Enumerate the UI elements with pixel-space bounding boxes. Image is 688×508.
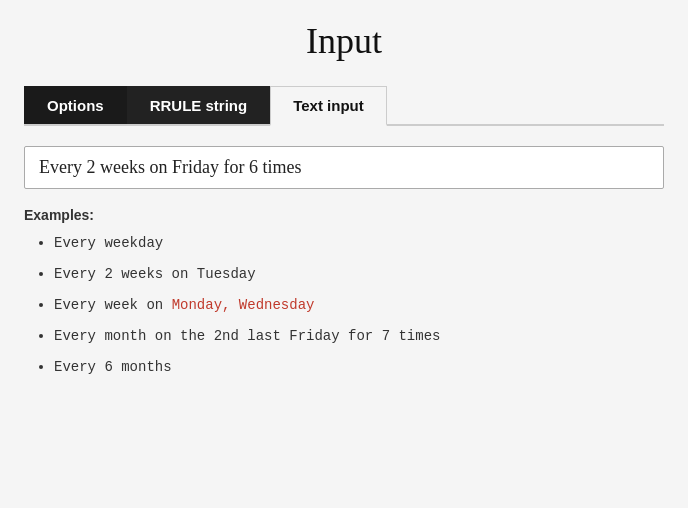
tabs-container: Options RRULE string Text input: [24, 86, 664, 126]
list-item: Every weekday: [54, 233, 664, 254]
page-title: Input: [306, 20, 382, 62]
main-content: Examples: Every weekday Every 2 weeks on…: [24, 146, 664, 388]
list-item: Every 2 weeks on Tuesday: [54, 264, 664, 285]
examples-label: Examples:: [24, 207, 664, 223]
tab-text-input[interactable]: Text input: [270, 86, 387, 126]
examples-list: Every weekday Every 2 weeks on Tuesday E…: [24, 233, 664, 378]
highlight-text: Monday, Wednesday: [172, 297, 315, 313]
list-item: Every 6 months: [54, 357, 664, 378]
tab-rrule-string[interactable]: RRULE string: [127, 86, 271, 124]
tab-options[interactable]: Options: [24, 86, 127, 124]
list-item: Every month on the 2nd last Friday for 7…: [54, 326, 664, 347]
text-input-field[interactable]: [24, 146, 664, 189]
list-item: Every week on Monday, Wednesday: [54, 295, 664, 316]
